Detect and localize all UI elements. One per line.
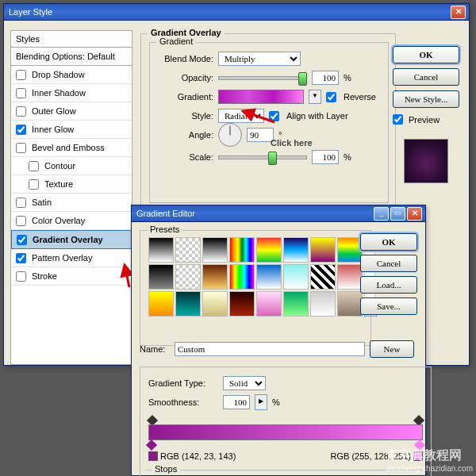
preset-swatch[interactable] (337, 237, 363, 263)
name-input[interactable] (175, 342, 365, 356)
scale-label: Scale: (158, 152, 213, 162)
style-row-texture[interactable]: Texture (11, 175, 132, 194)
preset-swatch[interactable] (148, 237, 174, 263)
preset-swatch[interactable] (175, 291, 201, 317)
gradient-dropdown-icon[interactable]: ▼ (309, 90, 321, 104)
scale-slider[interactable] (218, 155, 307, 159)
preset-swatch[interactable] (256, 291, 282, 317)
preset-swatch[interactable] (229, 237, 255, 263)
ge-save-button[interactable]: Save... (360, 298, 417, 315)
minimize-icon[interactable]: _ (374, 207, 389, 221)
name-label: Name: (140, 344, 170, 354)
style-row-inner-shadow[interactable]: Inner Shadow (11, 84, 132, 102)
preset-swatch[interactable] (148, 291, 174, 317)
preset-swatch[interactable] (337, 291, 363, 317)
preset-swatch[interactable] (283, 237, 309, 263)
svg-line-0 (243, 111, 274, 122)
preset-swatch[interactable] (256, 237, 282, 263)
preset-swatch[interactable] (283, 264, 309, 290)
reverse-label: Reverse (344, 92, 376, 102)
style-label: Color Overlay (32, 216, 85, 225)
align-label: Align with Layer (286, 111, 348, 121)
preset-swatch[interactable] (229, 264, 255, 290)
close-icon[interactable]: ✕ (451, 6, 466, 19)
cancel-button[interactable]: Cancel (393, 68, 459, 86)
style-checkbox[interactable] (16, 198, 26, 208)
maximize-icon[interactable]: ▭ (390, 207, 405, 221)
style-label: Pattern Overlay (32, 253, 92, 263)
stop-left-text: RGB (142, 23, 143) (160, 451, 236, 461)
gradient-editor-titlebar[interactable]: Gradient Editor _ ▭ ✕ (132, 205, 425, 222)
preview-label: Preview (409, 115, 440, 125)
styles-header[interactable]: Styles (11, 31, 132, 48)
preset-grid[interactable] (148, 237, 363, 317)
style-checkbox[interactable] (29, 179, 39, 190)
preview-checkbox[interactable] (393, 114, 403, 125)
style-checkbox[interactable] (16, 143, 26, 153)
styles-list-panel: Styles Blending Options: Default Drop Sh… (10, 30, 132, 365)
style-checkbox[interactable] (16, 271, 26, 282)
close-icon[interactable]: ✕ (407, 207, 422, 221)
style-row-outer-glow[interactable]: Outer Glow (11, 102, 132, 121)
click-here-annotation: Click here (271, 138, 313, 148)
layer-style-titlebar[interactable]: Layer Style ✕ (4, 4, 469, 21)
angle-input[interactable] (247, 128, 274, 142)
ge-new-button[interactable]: New (370, 340, 414, 358)
ok-button[interactable]: OK (393, 46, 459, 63)
preset-swatch[interactable] (283, 291, 309, 317)
style-row-inner-glow[interactable]: Inner Glow (11, 121, 132, 139)
gradient-editor-dialog: Gradient Editor _ ▭ ✕ Presets ▲ ◑ OK Can… (131, 205, 426, 476)
style-checkbox[interactable] (16, 70, 26, 80)
style-row-drop-shadow[interactable]: Drop Shadow (11, 66, 132, 84)
preset-swatch[interactable] (229, 291, 255, 317)
preset-swatch[interactable] (310, 237, 336, 263)
reverse-checkbox[interactable] (326, 92, 336, 102)
color-stop-left[interactable] (146, 440, 157, 451)
style-label: Inner Shadow (32, 88, 86, 98)
style-checkbox[interactable] (16, 106, 26, 117)
opacity-input[interactable] (312, 71, 339, 85)
style-checkbox[interactable] (29, 161, 39, 171)
blend-mode-select[interactable]: Multiply (218, 52, 301, 66)
smooth-unit: % (272, 397, 280, 407)
blending-options-header[interactable]: Blending Options: Default (11, 48, 132, 66)
style-row-bevel-and-emboss[interactable]: Bevel and Emboss (11, 139, 132, 157)
ge-load-button[interactable]: Load... (360, 276, 417, 294)
style-checkbox[interactable] (16, 216, 26, 226)
preset-swatch[interactable] (202, 291, 228, 317)
style-row-contour[interactable]: Contour (11, 157, 132, 175)
dialog-title: Layer Style (7, 7, 52, 17)
angle-dial[interactable] (218, 123, 242, 147)
style-row-gradient-overlay[interactable]: Gradient Overlay (11, 230, 132, 249)
gradient-type-select[interactable]: Solid (223, 376, 266, 390)
gradient-type-label: Gradient Type: (148, 378, 218, 388)
style-checkbox[interactable] (17, 235, 27, 245)
preset-swatch[interactable] (202, 264, 228, 290)
preset-swatch[interactable] (175, 264, 201, 290)
style-checkbox[interactable] (16, 253, 26, 263)
opacity-label: Opacity: (158, 73, 213, 83)
style-row-color-overlay[interactable]: Color Overlay (11, 212, 132, 230)
smooth-dropdown-icon[interactable]: ▶ (255, 394, 267, 410)
opacity-slider[interactable] (218, 76, 307, 80)
gradient-picker[interactable] (218, 90, 304, 104)
preset-swatch[interactable] (337, 264, 363, 290)
style-checkbox[interactable] (16, 125, 26, 135)
ge-cancel-button[interactable]: Cancel (360, 255, 417, 272)
style-checkbox[interactable] (16, 88, 26, 98)
style-row-satin[interactable]: Satin (11, 194, 132, 212)
scale-input[interactable] (312, 150, 339, 164)
preset-swatch[interactable] (310, 291, 336, 317)
style-label: Stroke (32, 271, 57, 281)
preset-swatch[interactable] (256, 264, 282, 290)
preset-swatch[interactable] (310, 264, 336, 290)
ge-ok-button[interactable]: OK (360, 233, 417, 251)
preset-swatch[interactable] (202, 237, 228, 263)
smooth-input[interactable] (223, 395, 250, 409)
new-style-button[interactable]: New Style... (393, 90, 459, 108)
gradient-strip[interactable] (148, 424, 423, 440)
style-label: Satin (32, 198, 52, 207)
style-label: Contour (44, 161, 75, 171)
preset-swatch[interactable] (175, 237, 201, 263)
preset-swatch[interactable] (148, 264, 174, 290)
